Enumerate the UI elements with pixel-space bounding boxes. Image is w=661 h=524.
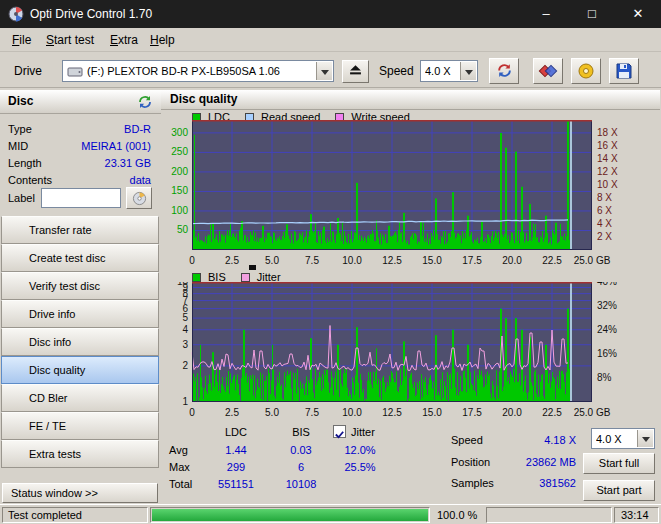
elapsed-time: 33:14 xyxy=(614,507,659,523)
speed-info-label: Speed xyxy=(451,434,483,446)
label-input[interactable] xyxy=(41,188,121,208)
svg-text:6 X: 6 X xyxy=(597,205,612,216)
max-jitter: 25.5% xyxy=(331,461,389,473)
drive-select-arrow[interactable] xyxy=(316,62,332,80)
refresh-speeds-button[interactable] xyxy=(489,58,519,84)
svg-text:100: 100 xyxy=(171,205,188,216)
menu-help[interactable]: Help xyxy=(146,32,179,48)
svg-text:16%: 16% xyxy=(597,348,617,359)
test-speed-arrow[interactable] xyxy=(637,430,653,447)
svg-text:15.0: 15.0 xyxy=(422,407,442,418)
avg-ldc: 1.44 xyxy=(201,444,271,456)
bis-jitter-chart: 1098765432140%32%24%16%8%02.55.07.510.01… xyxy=(161,282,636,422)
ldc-speed-chart: 3002502001501005018 X16 X14 X12 X10 X8 X… xyxy=(161,120,636,270)
minimize-button[interactable]: – xyxy=(523,0,569,28)
close-button[interactable]: ✕ xyxy=(615,0,661,28)
avg-row-label: Avg xyxy=(169,444,188,456)
speed-select-arrow[interactable] xyxy=(460,62,476,80)
contents-value[interactable]: data xyxy=(130,174,151,186)
svg-text:18 X: 18 X xyxy=(597,127,618,138)
svg-text:16 X: 16 X xyxy=(597,140,618,151)
svg-text:10.0: 10.0 xyxy=(342,407,362,418)
sidebar-item-create-test-disc[interactable]: Create test disc xyxy=(1,244,159,272)
position-info-label: Position xyxy=(451,456,490,468)
app-window: Opti Drive Control 1.70 – □ ✕ File Start… xyxy=(0,0,661,524)
legend-swatch xyxy=(192,273,201,282)
svg-text:22.5: 22.5 xyxy=(542,255,562,266)
progress-percent: 100.0 % xyxy=(432,507,484,523)
status-text: Test completed xyxy=(2,507,148,523)
svg-text:12 X: 12 X xyxy=(597,166,618,177)
write-label-button[interactable] xyxy=(126,187,152,209)
svg-text:250: 250 xyxy=(171,146,188,157)
save-icon xyxy=(615,62,633,80)
mid-label: MID xyxy=(8,140,28,152)
disc-length-row: Length 23.31 GB xyxy=(0,156,161,171)
svg-text:50: 50 xyxy=(177,224,189,235)
svg-text:17.5: 17.5 xyxy=(462,407,482,418)
svg-text:22.5: 22.5 xyxy=(542,407,562,418)
test-speed-select[interactable]: 4.0 X xyxy=(591,428,655,449)
sidebar-item-disc-quality[interactable]: Disc quality xyxy=(1,356,159,384)
svg-text:2.5: 2.5 xyxy=(225,407,239,418)
svg-text:14 X: 14 X xyxy=(597,153,618,164)
svg-text:2 X: 2 X xyxy=(597,231,612,242)
sidebar-item-fe-te[interactable]: FE / TE xyxy=(1,412,159,440)
menu-bar: File Start test Extra Help xyxy=(0,28,661,52)
svg-text:7.5: 7.5 xyxy=(305,407,319,418)
menu-extra[interactable]: Extra xyxy=(106,32,142,48)
menu-file[interactable]: File xyxy=(8,32,35,48)
start-part-button[interactable]: Start part xyxy=(583,480,655,501)
svg-text:8 X: 8 X xyxy=(597,192,612,203)
svg-text:1: 1 xyxy=(182,396,188,407)
total-bis: 10108 xyxy=(273,478,329,490)
eject-button[interactable] xyxy=(342,60,369,83)
sidebar-item-disc-info[interactable]: Disc info xyxy=(1,328,159,356)
svg-text:8%: 8% xyxy=(597,372,612,383)
rescan-disc-icon[interactable] xyxy=(137,94,153,118)
svg-text:0: 0 xyxy=(189,255,195,266)
disc-mid-row: MID MEIRA1 (001) xyxy=(0,139,161,154)
svg-text:5.0: 5.0 xyxy=(265,407,279,418)
jitter-checkbox[interactable] xyxy=(333,425,346,438)
svg-text:40%: 40% xyxy=(597,282,617,287)
test-speed-value: 4.0 X xyxy=(596,433,622,445)
sidebar-item-extra-tests[interactable]: Extra tests xyxy=(1,440,159,468)
toolbar: Drive (F:) PLEXTOR BD-R PX-LB950SA 1.06 … xyxy=(0,52,661,88)
status-window-button[interactable]: Status window >> xyxy=(2,483,158,503)
sidebar-item-drive-info[interactable]: Drive info xyxy=(1,300,159,328)
avg-bis: 0.03 xyxy=(273,444,329,456)
length-value: 23.31 GB xyxy=(105,157,151,169)
menu-start-test[interactable]: Start test xyxy=(42,32,98,48)
sidebar-item-cd-bler[interactable]: CD Bler xyxy=(1,384,159,412)
bis-column-header: BIS xyxy=(273,426,329,438)
sidebar-item-verify-test-disc[interactable]: Verify test disc xyxy=(1,272,159,300)
svg-text:25.0 GB: 25.0 GB xyxy=(574,407,611,418)
length-label: Length xyxy=(8,157,42,169)
svg-text:4 X: 4 X xyxy=(597,218,612,229)
svg-text:20.0: 20.0 xyxy=(502,407,522,418)
mid-value: MEIRA1 (001) xyxy=(81,140,151,152)
disc-type-row: Type BD-R xyxy=(0,122,161,137)
maximize-button[interactable]: □ xyxy=(569,0,615,28)
drive-select[interactable]: (F:) PLEXTOR BD-R PX-LB950SA 1.06 xyxy=(62,60,334,82)
sidebar-item-transfer-rate[interactable]: Transfer rate xyxy=(1,216,159,244)
save-button[interactable] xyxy=(609,58,639,84)
samples-info-value: 381562 xyxy=(491,477,576,489)
start-full-button[interactable]: Start full xyxy=(583,453,655,474)
total-row-label: Total xyxy=(169,478,192,490)
drive-value: (F:) PLEXTOR BD-R PX-LB950SA 1.06 xyxy=(87,65,280,77)
speed-select[interactable]: 4.0 X xyxy=(420,60,478,82)
diamonds-icon xyxy=(538,62,558,80)
speed-info-value: 4.18 X xyxy=(491,434,576,446)
position-info-value: 23862 MB xyxy=(491,456,576,468)
title-bar: Opti Drive Control 1.70 – □ ✕ xyxy=(0,0,661,28)
compare-discs-button[interactable] xyxy=(533,58,563,84)
svg-text:15.0: 15.0 xyxy=(422,255,442,266)
svg-text:7.5: 7.5 xyxy=(305,255,319,266)
contents-label: Contents xyxy=(8,174,52,186)
svg-text:12.5: 12.5 xyxy=(382,255,402,266)
svg-text:17.5: 17.5 xyxy=(462,255,482,266)
status-bar: Test completed 100.0 % 33:14 xyxy=(0,504,661,524)
burn-disc-button[interactable] xyxy=(571,58,601,84)
